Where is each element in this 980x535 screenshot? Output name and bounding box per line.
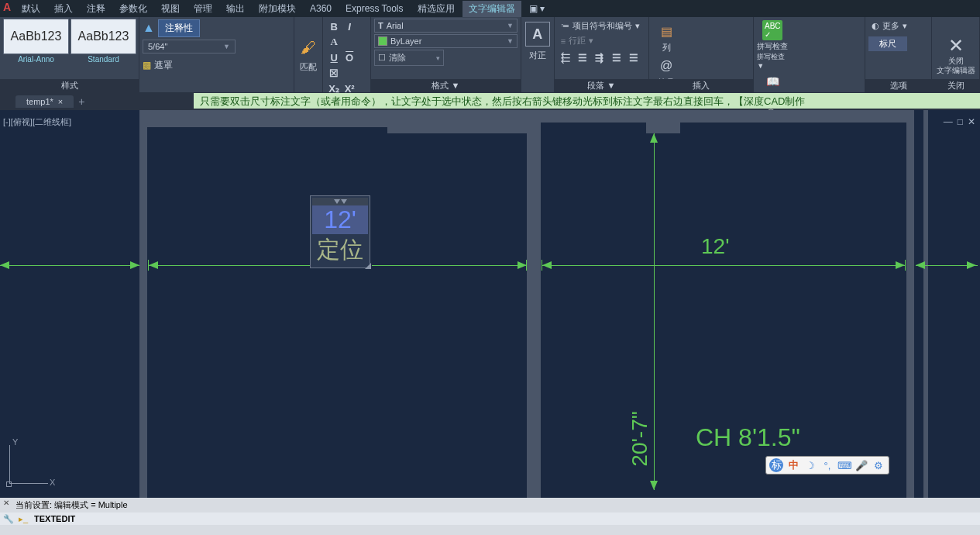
layer-combo[interactable]: ByLayer▼ (374, 34, 518, 48)
wall (527, 110, 541, 498)
panel-textfmt: BIA UO☒ X₂X²Aa (323, 17, 371, 92)
inplace-text-editor[interactable]: 12' 定位 (310, 195, 370, 268)
cmd-input[interactable]: TEXTEDIT (34, 514, 75, 523)
more-button[interactable]: ◐ 更多 ▾ (868, 19, 928, 33)
abc-check-icon: ABC✓ (762, 20, 782, 40)
dim-arrow-icon (650, 481, 658, 490)
editor-line-2[interactable]: 定位 (312, 234, 368, 266)
ime-mic-icon[interactable]: 🎤 (854, 458, 868, 472)
annotative-button[interactable]: 注释性 (158, 19, 200, 37)
style-sample-1[interactable]: AaBb123 (3, 19, 69, 54)
panel-label-para: 段落 ▼ (555, 79, 648, 92)
menu-output[interactable]: 输出 (220, 1, 251, 17)
panel-font: TArial▼ ByLayer▼ ☐清除▾ 格式 ▼ (371, 17, 521, 92)
menu-view[interactable]: 视图 (155, 1, 186, 17)
menu-text-editor[interactable]: 文字编辑器 (462, 1, 521, 17)
dim-arrow-icon (650, 133, 658, 143)
menu-featured[interactable]: 精选应用 (411, 1, 461, 17)
align-dist-icon[interactable]: ☰ (627, 50, 641, 64)
justify-icon[interactable]: A (525, 22, 550, 47)
menu-addins[interactable]: 附加模块 (253, 1, 302, 17)
ch-text: CH 8'1.5" (696, 423, 800, 452)
viewport-controls: — □ ✕ (944, 116, 975, 127)
cmd-prompt-icon: ▸_ (19, 514, 31, 524)
menu-manage[interactable]: 管理 (187, 1, 218, 17)
wrench-icon[interactable]: 🔧 (3, 514, 15, 524)
ime-keyboard-icon[interactable]: ⌨ (837, 458, 851, 472)
align-justify-icon[interactable]: ☰ (610, 50, 624, 64)
ime-lang-icon[interactable]: 中 (786, 458, 800, 472)
match-label: 匹配 (300, 61, 317, 73)
editor-line-1[interactable]: 12' (312, 205, 368, 234)
tip-bar: 只需要双击尺寸标注文字（或者用命令），让文字处于选中状态，然后按右箭头键移动光标… (194, 93, 980, 109)
menu-annotate[interactable]: 注释 (81, 1, 112, 17)
ruler-button[interactable]: 标尺 (868, 36, 907, 51)
overline-button[interactable]: O (342, 50, 356, 64)
dim-arrow-icon (967, 261, 976, 269)
panel-label-options: 选项 (865, 79, 931, 92)
ime-moon-icon[interactable]: ☽ (803, 458, 817, 472)
vp-minimize-icon[interactable]: — (944, 116, 953, 127)
viewport-label[interactable]: [-][俯视][二维线框] (3, 116, 71, 128)
panel-label-close: 关闭 (932, 79, 979, 92)
clear-combo[interactable]: ☐清除▾ (374, 50, 444, 66)
dim-tick (905, 260, 906, 271)
tab-add-button[interactable]: + (78, 95, 84, 108)
tab-temp1[interactable]: temp1*× (15, 95, 74, 108)
dim-tick (526, 260, 527, 271)
dim-line (654, 133, 655, 490)
tab-marker-icon[interactable] (334, 199, 340, 204)
match-brush-icon[interactable]: 🖌 (297, 36, 319, 58)
panel-insert: ▤列 @符号 ▦字段 插入 (649, 17, 754, 92)
menu-a360[interactable]: A360 (304, 2, 338, 16)
cmd-history-line: 当前设置: 编辑模式 = Multiple (15, 499, 128, 511)
panel-label-format: 格式 ▼ (371, 79, 521, 92)
app-logo: A (3, 1, 26, 16)
tab-close-icon[interactable]: × (58, 97, 63, 106)
menu-express[interactable]: Express Tools (339, 2, 409, 16)
vp-maximize-icon[interactable]: □ (958, 116, 963, 127)
font-name-combo[interactable]: TArial▼ (374, 19, 518, 33)
style-name-1: Arial-Anno (3, 54, 69, 64)
spellcheck-button[interactable]: ABC✓拼写检查拼写检查 ▼ (757, 19, 788, 70)
align-left-icon[interactable]: ⬱ (559, 50, 573, 64)
ime-toolbar[interactable]: 标 中 ☽ °, ⌨ 🎤 ⚙ (765, 456, 889, 475)
ime-punct-icon[interactable]: °, (820, 458, 834, 472)
menu-overflow[interactable]: ▣ ▾ (523, 2, 551, 16)
menu-insert[interactable]: 插入 (48, 1, 79, 17)
text-height-combo[interactable]: 5/64"▼ (143, 40, 236, 54)
mask-button[interactable]: ▩遮罩 (143, 56, 291, 74)
bullets-button[interactable]: ≔ 项目符号和编号 ▾ (558, 19, 645, 33)
close-editor-button[interactable]: ✕ (948, 35, 964, 57)
drawing-canvas[interactable]: [-][俯视][二维线框] — □ ✕ 12' 20'-7" CH 8'1.5"… (0, 110, 980, 498)
panel-match: 🖌 匹配 (294, 17, 323, 92)
editor-resize-handle[interactable] (365, 263, 371, 269)
column-icon: ▤ (657, 22, 676, 40)
menu-parametric[interactable]: 参数化 (113, 1, 153, 17)
align-center-icon[interactable]: ☰ (576, 50, 590, 64)
cmdline-close-icon[interactable]: ✕ (3, 499, 9, 507)
dim-arrow-icon (916, 261, 925, 269)
command-line[interactable]: ✕ 当前设置: 编辑模式 = Multiple 🔧▸_TEXTEDIT (0, 498, 980, 535)
editor-ruler[interactable] (312, 198, 368, 205)
dim-arrow-icon (542, 261, 552, 269)
underline-button[interactable]: U (327, 50, 341, 64)
ime-settings-icon[interactable]: ⚙ (872, 458, 885, 472)
bold-button[interactable]: B (327, 19, 341, 33)
align-label: 对正 (529, 50, 546, 61)
panel-tools: ABC✓拼写检查拼写检查 ▼ 📖编辑词典 🔍查找和替换工具 ▼ (754, 17, 865, 92)
tab-marker-icon[interactable] (341, 199, 347, 204)
panel-close: ✕ 关闭文字编辑器 关闭 (932, 17, 980, 92)
italic-button[interactable]: I (342, 19, 356, 33)
column-button[interactable]: ▤列 (652, 19, 680, 54)
dim-line (0, 265, 139, 266)
vp-close-icon[interactable]: ✕ (968, 116, 975, 127)
wall (139, 110, 147, 498)
strike-button[interactable]: ☒ (327, 66, 341, 80)
ime-logo-icon[interactable]: 标 (769, 458, 783, 472)
at-icon: @ (657, 57, 676, 75)
align-right-icon[interactable]: ⇶ (593, 50, 607, 64)
style-sample-2[interactable]: AaBb123 (70, 19, 136, 54)
linespacing-button[interactable]: ≡ 行距 ▾ (558, 33, 645, 48)
font-button[interactable]: A (327, 35, 341, 49)
